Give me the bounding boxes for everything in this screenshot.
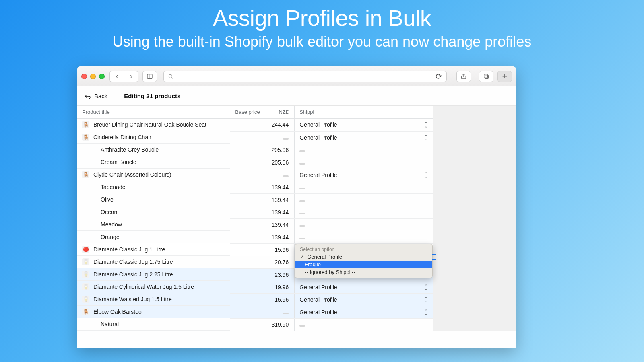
price-cell[interactable]: 20.76 [230, 256, 295, 268]
shippi-profile-cell[interactable]: General Profile⌃⌄ [295, 306, 433, 318]
price-cell[interactable]: 205.06 [230, 144, 295, 156]
reload-icon[interactable]: ⟳ [436, 72, 442, 81]
topbar-separator [116, 86, 116, 106]
price-cell[interactable]: 139.44 [230, 218, 295, 231]
price-cell[interactable]: 319.90 [230, 318, 295, 331]
product-title-cell[interactable]: 🪑Cinderella Dining Chair [77, 131, 230, 144]
empty-dash-icon [299, 325, 305, 327]
new-tab-button[interactable]: + [497, 71, 512, 82]
empty-dash-icon [299, 238, 305, 239]
shippi-profile-cell[interactable] [295, 318, 433, 331]
window-controls[interactable] [81, 74, 105, 79]
variant-name: Anthracite Grey Boucle [101, 146, 159, 153]
sidebar-toggle-button[interactable] [142, 71, 157, 82]
browser-forward-button[interactable]: › [124, 71, 138, 82]
price-cell[interactable]: 139.44 [230, 231, 295, 243]
shippi-profile-cell[interactable]: General Profile⌃⌄ [295, 119, 433, 132]
price-cell[interactable]: 15.96 [230, 293, 295, 306]
product-title-cell[interactable]: 🪑Breuer Dining Chair Natural Oak Boucle … [77, 119, 230, 131]
select-chevron-icon: ⌃⌄ [424, 310, 428, 315]
price-cell[interactable]: 139.44 [230, 181, 295, 193]
column-header-shippi[interactable]: Shippi [295, 106, 433, 119]
svg-rect-5 [485, 75, 489, 78]
product-name: Diamante Classic Jug 1 Litre [93, 246, 165, 253]
empty-dash-icon [299, 213, 305, 214]
product-name: Breuer Dining Chair Natural Oak Boucle S… [93, 121, 206, 128]
variant-name: Natural [101, 321, 119, 327]
price-cell[interactable]: 139.44 [230, 206, 295, 218]
product-name: Clyde Chair (Assorted Colours) [93, 171, 171, 178]
bulk-editor-grid: Product title Base price NZD Shippi 🪑Bre… [77, 106, 516, 331]
variant-name: Olive [101, 196, 114, 203]
dropdown-option[interactable]: -- Ignored by Shippi -- [295, 268, 432, 276]
price-cell[interactable]: 23.96 [230, 268, 295, 281]
variant-name: Cream Boucle [101, 159, 136, 165]
shippi-profile-cell[interactable] [295, 156, 433, 169]
shippi-profile-cell[interactable] [295, 144, 433, 156]
variant-title-cell[interactable]: Cream Boucle [77, 156, 230, 169]
price-cell[interactable]: 205.06 [230, 156, 295, 169]
zoom-window-icon[interactable] [99, 74, 105, 79]
price-cell[interactable] [230, 169, 295, 181]
shippi-profile-cell[interactable] [295, 181, 433, 193]
product-title-cell[interactable]: 🥛Diamante Waisted Jug 1.5 Litre [77, 293, 230, 306]
shippi-profile-cell[interactable] [295, 206, 433, 218]
shippi-profile-cell[interactable] [295, 218, 433, 231]
column-header-price[interactable]: Base price NZD [230, 106, 295, 119]
profile-value: General Profile [299, 309, 337, 315]
minimize-window-icon[interactable] [90, 74, 96, 79]
variant-name: Orange [101, 234, 120, 240]
variant-title-cell[interactable]: Olive [77, 193, 230, 206]
product-title-cell[interactable]: 🥛Diamante Cylindrical Water Jug 1.5 Litr… [77, 281, 230, 293]
variant-title-cell[interactable]: Meadow [77, 218, 230, 231]
price-cell[interactable]: 19.96 [230, 281, 295, 293]
variant-title-cell[interactable]: Anthracite Grey Boucle [77, 144, 230, 156]
dropdown-option[interactable]: ✓General Profile [295, 253, 432, 261]
product-thumbnail: 🥛 [82, 296, 89, 303]
close-window-icon[interactable] [81, 74, 87, 79]
back-link[interactable]: Back [85, 93, 107, 99]
price-cell[interactable] [230, 131, 295, 144]
variant-title-cell[interactable]: Ocean [77, 206, 230, 218]
product-name: Cinderella Dining Chair [93, 134, 151, 140]
price-cell[interactable]: 15.96 [230, 243, 295, 256]
address-bar[interactable]: ⟳ [163, 71, 447, 82]
tabs-button[interactable] [479, 71, 493, 82]
product-name: Elbow Oak Barstool [93, 309, 143, 315]
price-cell[interactable]: 139.44 [230, 193, 295, 206]
shippi-profile-cell[interactable]: General Profile⌃⌄ [295, 131, 433, 144]
editor-topbar: Back Editing 21 products [77, 86, 516, 106]
product-title-cell[interactable]: 🪑Elbow Oak Barstool [77, 306, 230, 318]
shippi-profile-cell[interactable]: General Profile⌃⌄ [295, 169, 433, 181]
search-icon [168, 74, 173, 79]
dropdown-option[interactable]: Fragile [295, 261, 432, 268]
product-title-cell[interactable]: 🥛Diamante Classic Jug 1.75 Litre [77, 256, 230, 268]
variant-title-cell[interactable]: Tapenade [77, 181, 230, 193]
shippi-profile-cell[interactable]: General Profile⌃⌄ [295, 293, 433, 306]
shippi-profile-cell[interactable]: Select an option✓General ProfileFragile-… [295, 243, 433, 256]
empty-dash-icon [299, 225, 305, 227]
empty-dash-icon [283, 175, 289, 177]
shippi-profile-cell[interactable] [295, 231, 433, 243]
share-button[interactable] [456, 71, 471, 82]
profile-dropdown-menu[interactable]: Select an option✓General ProfileFragile-… [295, 244, 433, 278]
price-cell[interactable]: 244.44 [230, 119, 295, 132]
shippi-profile-cell[interactable] [295, 193, 433, 206]
empty-dash-icon [299, 150, 305, 152]
shippi-profile-cell[interactable]: General Profile⌃⌄ [295, 281, 433, 293]
product-title-cell[interactable]: 🪑Clyde Chair (Assorted Colours) [77, 169, 230, 181]
variant-name: Tapenade [101, 184, 126, 190]
variant-title-cell[interactable]: Natural [77, 318, 230, 331]
column-header-title[interactable]: Product title [77, 106, 230, 119]
product-name: Diamante Cylindrical Water Jug 1.5 Litre [93, 284, 194, 290]
variant-title-cell[interactable]: Orange [77, 231, 230, 243]
dropdown-header: Select an option [295, 246, 432, 253]
product-title-cell[interactable]: 🔴Diamante Classic Jug 1 Litre [77, 243, 230, 256]
product-thumbnail: 🪑 [82, 121, 89, 128]
product-thumbnail: 🪑 [82, 171, 89, 178]
price-cell[interactable] [230, 306, 295, 318]
variant-name: Ocean [101, 209, 117, 215]
product-title-cell[interactable]: 🥛Diamante Classic Jug 2.25 Litre [77, 268, 230, 281]
product-thumbnail: 🥛 [82, 258, 89, 265]
browser-back-button[interactable]: ‹ [109, 71, 124, 82]
